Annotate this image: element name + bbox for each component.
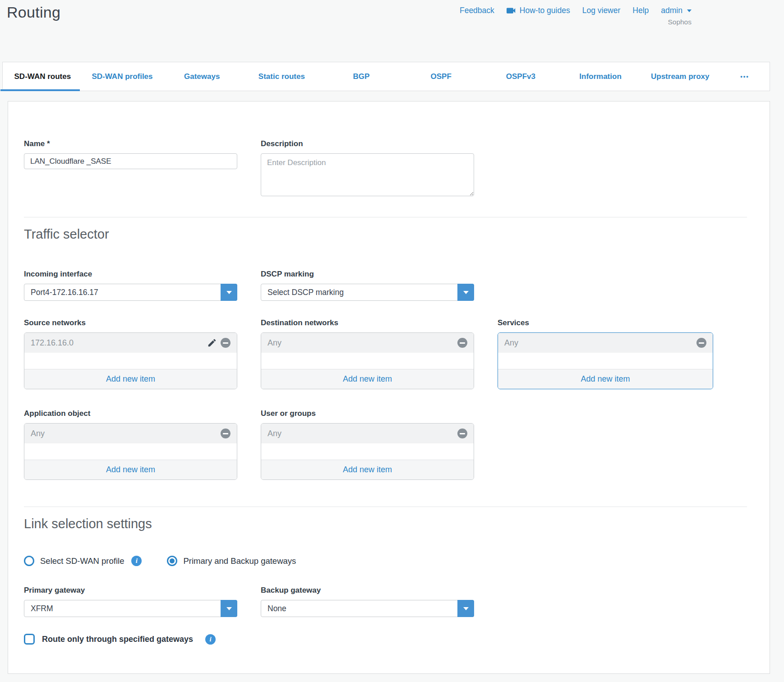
- list-empty-space: [261, 443, 474, 460]
- list-item-text: Any: [267, 429, 457, 438]
- description-field-group: Description: [261, 139, 474, 198]
- log-viewer-link[interactable]: Log viewer: [582, 6, 621, 15]
- tab-information[interactable]: Information: [561, 62, 641, 91]
- user-groups-label: User or groups: [261, 409, 474, 418]
- dropdown-button[interactable]: [221, 284, 237, 301]
- route-only-label: Route only through specified gateways: [42, 635, 193, 644]
- backup-gateway-group: Backup gateway None: [261, 586, 474, 617]
- services-group: Services Any Add new item: [498, 318, 713, 389]
- remove-icon[interactable]: [221, 429, 231, 438]
- list-empty-space: [24, 443, 237, 460]
- incoming-interface-label: Incoming interface: [24, 270, 237, 279]
- user-groups-group: User or groups Any Add new item: [261, 409, 474, 480]
- list-item-text: Any: [31, 429, 221, 438]
- primary-backup-gateways-radio[interactable]: [167, 556, 177, 566]
- admin-menu[interactable]: admin: [661, 6, 692, 15]
- name-label: Name *: [24, 139, 237, 148]
- dropdown-button[interactable]: [457, 600, 474, 617]
- primary-backup-gateways-label: Primary and Backup gateways: [183, 556, 296, 566]
- tab-sd-wan-routes[interactable]: SD-WAN routes: [3, 62, 83, 91]
- remove-icon[interactable]: [457, 429, 467, 438]
- link-selection-heading: Link selection settings: [24, 516, 770, 531]
- incoming-interface-group: Incoming interface Port4-172.16.16.17: [24, 270, 237, 301]
- tab-sd-wan-profiles[interactable]: SD-WAN profiles: [83, 62, 162, 91]
- list-item-actions: [457, 429, 467, 438]
- page-title: Routing: [7, 4, 60, 21]
- tab-ospfv3[interactable]: OSPFv3: [481, 62, 561, 91]
- list-empty-space: [498, 353, 713, 369]
- application-object-label: Application object: [24, 409, 237, 418]
- admin-label: admin: [661, 6, 683, 15]
- brand-label: Sophos: [668, 18, 692, 26]
- add-new-item-button[interactable]: Add new item: [498, 369, 713, 389]
- tab-upstream-proxy[interactable]: Upstream proxy: [640, 62, 720, 91]
- list-item-actions: [457, 338, 467, 348]
- list-item: Any: [24, 424, 237, 443]
- primary-gateway-select[interactable]: XFRM: [24, 600, 237, 617]
- add-new-item-button[interactable]: Add new item: [261, 369, 474, 389]
- list-item-actions: [696, 338, 706, 348]
- remove-icon[interactable]: [221, 338, 231, 348]
- remove-icon[interactable]: [696, 338, 706, 348]
- incoming-interface-select[interactable]: Port4-172.16.16.17: [24, 284, 237, 301]
- user-groups-box: Any Add new item: [261, 423, 474, 480]
- add-new-item-button[interactable]: Add new item: [261, 460, 474, 479]
- list-item: 172.16.16.0: [24, 333, 237, 353]
- list-item-text: Any: [267, 338, 457, 348]
- list-item-text: Any: [504, 338, 696, 348]
- more-tabs-button[interactable]: •••: [720, 62, 770, 91]
- description-textarea[interactable]: [261, 153, 474, 196]
- list-item: Any: [261, 424, 474, 443]
- tab-bgp[interactable]: BGP: [322, 62, 401, 91]
- selected-value: None: [261, 604, 286, 613]
- chevron-down-icon: [463, 607, 469, 610]
- remove-icon[interactable]: [457, 338, 467, 348]
- application-object-group: Application object Any Add new item: [24, 409, 237, 480]
- info-icon[interactable]: i: [205, 634, 216, 645]
- add-new-item-button[interactable]: Add new item: [24, 369, 237, 389]
- name-input[interactable]: [24, 153, 237, 169]
- edit-icon[interactable]: [207, 338, 217, 348]
- destination-networks-label: Destination networks: [261, 318, 474, 327]
- primary-gateway-label: Primary gateway: [24, 586, 237, 595]
- add-new-item-button[interactable]: Add new item: [24, 460, 237, 479]
- tab-ospf[interactable]: OSPF: [401, 62, 481, 91]
- list-item-actions: [207, 338, 231, 348]
- source-networks-label: Source networks: [24, 318, 237, 327]
- name-field-group: Name *: [24, 139, 237, 169]
- video-camera-icon: [507, 7, 516, 14]
- backup-gateway-select[interactable]: None: [261, 600, 474, 617]
- list-item: Any: [498, 333, 713, 353]
- traffic-selector-heading: Traffic selector: [24, 227, 770, 242]
- destination-networks-group: Destination networks Any Add new item: [261, 318, 474, 389]
- tab-static-routes[interactable]: Static routes: [242, 62, 322, 91]
- selected-value: XFRM: [24, 604, 53, 613]
- chevron-down-icon: [226, 607, 232, 610]
- dscp-marking-label: DSCP marking: [261, 270, 474, 279]
- list-empty-space: [261, 353, 474, 369]
- feedback-link[interactable]: Feedback: [460, 6, 494, 15]
- source-networks-group: Source networks 172.16.16.0 Add new item: [24, 318, 237, 389]
- route-only-checkbox[interactable]: [24, 634, 35, 645]
- services-box: Any Add new item: [498, 332, 713, 389]
- primary-gateway-group: Primary gateway XFRM: [24, 586, 237, 617]
- description-label: Description: [261, 139, 474, 148]
- backup-gateway-label: Backup gateway: [261, 586, 474, 595]
- section-divider: [24, 507, 747, 507]
- help-link[interactable]: Help: [632, 6, 649, 15]
- source-networks-box: 172.16.16.0 Add new item: [24, 332, 237, 389]
- log-viewer-label: Log viewer: [582, 6, 621, 15]
- header-links: Feedback How-to guides Log viewer Help a…: [460, 6, 692, 15]
- info-icon[interactable]: i: [131, 556, 142, 566]
- routing-tabbar: SD-WAN routes SD-WAN profiles Gateways S…: [2, 62, 770, 91]
- select-sd-wan-profile-radio[interactable]: [24, 556, 34, 566]
- dropdown-button[interactable]: [221, 600, 237, 617]
- dscp-marking-group: DSCP marking Select DSCP marking: [261, 270, 474, 301]
- chevron-down-icon: [463, 291, 469, 294]
- dropdown-button[interactable]: [457, 284, 474, 301]
- page-header: Routing Feedback How-to guides Log viewe…: [0, 0, 784, 62]
- how-to-guides-link[interactable]: How-to guides: [507, 6, 570, 15]
- help-label: Help: [632, 6, 649, 15]
- tab-gateways[interactable]: Gateways: [162, 62, 242, 91]
- dscp-marking-select[interactable]: Select DSCP marking: [261, 284, 474, 301]
